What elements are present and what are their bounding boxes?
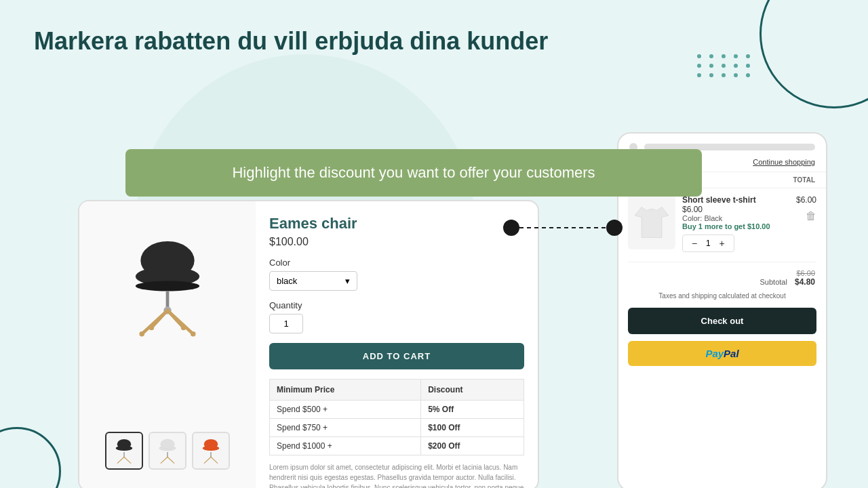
table-row: Spend $750 + $100 Off [270, 419, 524, 437]
cart-original-price: $6.00 [796, 269, 815, 277]
cart-item-price: $6.00 [682, 205, 789, 214]
cart-discounted-price: $4.80 [795, 277, 815, 287]
chevron-down-icon: ▾ [345, 276, 350, 286]
color-label: Color [269, 258, 524, 268]
table-cell-min: Spend $750 + [270, 419, 421, 437]
paypal-p2: Pal [724, 348, 739, 359]
svg-line-8 [167, 310, 184, 328]
checkout-button[interactable]: Check out [628, 308, 816, 334]
product-thumbnails [105, 432, 230, 476]
svg-line-17 [124, 457, 131, 463]
decorative-circle-top-right [760, 0, 868, 108]
quantity-input[interactable] [269, 314, 303, 333]
cart-item-qty: 1 [706, 239, 711, 248]
qty-increase-button[interactable]: + [716, 237, 728, 249]
svg-point-12 [181, 325, 186, 331]
svg-point-28 [503, 220, 519, 236]
paypal-p1: Pay [705, 348, 724, 359]
cart-item-total: $6.00 [796, 195, 816, 205]
svg-point-9 [139, 331, 144, 337]
svg-point-10 [191, 331, 196, 337]
table-cell-discount: $100 Off [421, 419, 524, 437]
svg-point-11 [149, 325, 155, 331]
svg-point-1 [140, 241, 194, 280]
dot-grid-decoration [697, 54, 753, 77]
cart-item-discount-msg: Buy 1 more to get $10.00 [682, 222, 789, 230]
decorative-circle-bottom-left [0, 427, 61, 488]
svg-line-21 [161, 457, 167, 463]
svg-point-24 [204, 439, 218, 449]
product-title: Eames chair [269, 215, 524, 232]
svg-line-22 [167, 457, 174, 463]
table-row: Spend $1000 + $200 Off [270, 437, 524, 455]
thumbnail-orange[interactable] [192, 432, 230, 470]
svg-line-16 [117, 457, 124, 463]
cart-item-name: Short sleeve t-shirt [682, 195, 789, 205]
table-cell-discount: $200 Off [421, 437, 524, 455]
svg-point-30 [606, 220, 623, 236]
lorem-text: Lorem ipsum dolor sit amet, consectetur … [269, 462, 524, 488]
tshirt-icon [635, 202, 669, 243]
discount-table: Minimum Price Discount Spend $500 + 5% O… [269, 379, 524, 455]
subtotal-label: Subtotal [760, 278, 787, 286]
cart-taxes-note: Taxes and shipping calculated at checkou… [618, 291, 826, 304]
qty-label: Quantity [269, 300, 524, 310]
svg-line-26 [204, 457, 211, 463]
color-dropdown[interactable]: black ▾ [269, 271, 357, 291]
cart-subtotal: $6.00 Subtotal $4.80 [618, 265, 826, 291]
svg-point-2 [136, 281, 199, 291]
delete-item-icon[interactable]: 🗑 [806, 210, 816, 222]
chair-image [120, 228, 215, 344]
cart-col-total: TOTAL [793, 176, 815, 184]
product-price: $100.00 [269, 236, 524, 248]
table-cell-min: Spend $500 + [270, 401, 421, 419]
table-col-discount: Discount [421, 380, 524, 401]
table-col-min: Minimum Price [270, 380, 421, 401]
highlight-banner: Highlight the discount you want to offer… [125, 149, 702, 197]
cart-item: Short sleeve t-shirt $6.00 Color: Black … [618, 188, 826, 259]
qty-decrease-button[interactable]: − [688, 237, 701, 249]
table-row: Spend $500 + 5% Off [270, 401, 524, 419]
add-to-cart-button[interactable]: ADD TO CART [269, 343, 524, 369]
svg-point-19 [161, 439, 175, 449]
thumbnail-white[interactable] [149, 432, 186, 470]
cart-divider [628, 262, 816, 262]
product-page-card: Eames chair $100.00 Color black ▾ Quanti… [78, 200, 539, 488]
qty-controls: − 1 + [682, 235, 734, 252]
paypal-button[interactable]: Pay Pal [628, 341, 816, 366]
cart-item-details: Short sleeve t-shirt $6.00 Color: Black … [682, 195, 789, 252]
cart-item-image [628, 195, 675, 249]
svg-line-7 [151, 310, 167, 328]
svg-marker-31 [635, 207, 669, 238]
product-details: Eames chair $100.00 Color black ▾ Quanti… [256, 201, 538, 488]
svg-line-27 [211, 457, 218, 463]
banner-text: Highlight the discount you want to offer… [146, 164, 682, 182]
cart-item-color: Color: Black [682, 214, 789, 222]
product-image-section [79, 201, 256, 488]
main-heading: Markera rabatten du vill erbjuda dina ku… [34, 27, 548, 56]
color-value: black [277, 276, 297, 286]
thumbnail-black[interactable] [105, 432, 143, 470]
connection-line [502, 214, 624, 241]
table-cell-min: Spend $1000 + [270, 437, 421, 455]
table-cell-discount: 5% Off [421, 401, 524, 419]
svg-point-14 [117, 439, 132, 449]
